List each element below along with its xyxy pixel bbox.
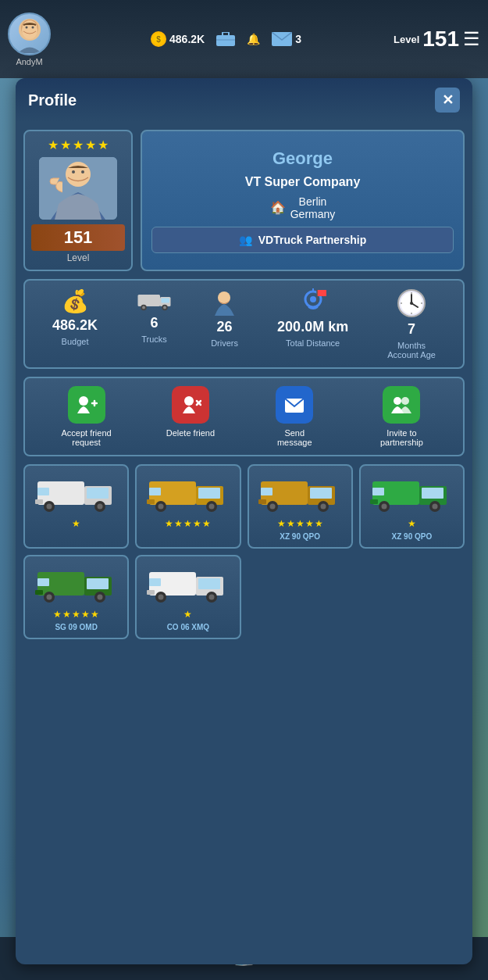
svg-point-19 (142, 306, 145, 309)
truck-plate-6: CO 06 XMQ (167, 623, 209, 631)
player-info: George VT Super Company 🏠 Berlin Germany… (141, 130, 465, 271)
svg-point-4 (25, 27, 27, 29)
svg-rect-15 (138, 295, 161, 306)
drivers-icon (211, 288, 238, 316)
svg-rect-6 (216, 35, 235, 46)
svg-point-80 (433, 504, 438, 510)
drivers-label: Drivers (211, 338, 238, 348)
account-age-icon (397, 288, 426, 318)
truck-stars-4: ★ (408, 518, 416, 529)
distance-icon (297, 288, 329, 316)
delete-friend-btn[interactable]: Delete friend (166, 386, 215, 447)
truck-card-1[interactable]: ★ (23, 464, 129, 549)
svg-point-51 (46, 504, 52, 510)
profile-modal: Profile ✕ ★ ★ ★ ★ ★ (16, 78, 472, 964)
svg-point-14 (81, 170, 84, 173)
truck-image-6 (143, 563, 233, 606)
svg-point-60 (158, 504, 163, 510)
modal-body: ★ ★ ★ ★ ★ (16, 122, 472, 647)
svg-point-87 (46, 595, 52, 600)
stat-budget: 💰 486.2K Budget (52, 288, 98, 359)
budget-icon: 💰 (62, 288, 89, 314)
svg-rect-17 (162, 298, 170, 302)
invite-partnership-label: Invite to partnership (374, 428, 429, 447)
trucks-value: 6 (151, 315, 159, 331)
accept-friend-btn[interactable]: Accept friend request (59, 386, 114, 447)
truck-stars-2: ★ ★ ★ ★ ★ (165, 518, 211, 529)
delete-friend-icon (172, 386, 209, 424)
svg-point-40 (184, 396, 194, 406)
close-button[interactable]: ✕ (435, 88, 460, 113)
invite-partnership-btn[interactable]: Invite to partnership (374, 386, 429, 447)
invite-partnership-icon (383, 386, 420, 424)
username-label: AndyM (16, 57, 42, 66)
accept-friend-icon (68, 386, 105, 424)
bell-icon: 🔔 (247, 33, 260, 45)
player-name: George (272, 148, 333, 169)
truck-card-2[interactable]: ★ ★ ★ ★ ★ (135, 464, 240, 549)
mail-stat[interactable]: 3 (272, 32, 301, 46)
svg-rect-94 (147, 590, 155, 595)
truck-grid: ★ (23, 464, 465, 639)
mail-icon (272, 32, 292, 46)
truck-card-3[interactable]: ★ ★ ★ ★ ★ XZ 90 QPO (248, 464, 353, 549)
player-avatar (8, 13, 51, 55)
player-level-value: 151 (31, 224, 125, 251)
svg-rect-66 (310, 488, 332, 499)
stat-trucks: 6 Trucks (137, 288, 172, 359)
level-stat: Level 151 (394, 27, 459, 52)
player-location: 🏠 Berlin Germany (270, 195, 336, 220)
svg-point-62 (208, 504, 214, 510)
svg-rect-26 (317, 290, 326, 296)
svg-rect-7 (223, 32, 229, 36)
svg-point-45 (401, 397, 409, 405)
svg-point-37 (79, 396, 88, 406)
svg-rect-57 (198, 488, 220, 499)
mail-count: 3 (295, 33, 301, 45)
truck-stars-6: ★ (183, 609, 192, 620)
stat-drivers: 26 Drivers (211, 288, 238, 359)
svg-rect-72 (261, 488, 272, 495)
svg-rect-81 (372, 488, 384, 495)
svg-point-44 (394, 397, 401, 405)
player-avatar-container[interactable]: AndyM (8, 13, 51, 66)
send-message-label: Send message (267, 428, 322, 447)
svg-rect-58 (147, 499, 155, 504)
player-avatar-large (39, 157, 117, 220)
truck-card-5[interactable]: ★ ★ ★ ★ ★ SG 09 OMD (23, 555, 129, 639)
player-stars: ★ ★ ★ ★ ★ (48, 138, 109, 152)
svg-rect-75 (422, 488, 443, 499)
svg-point-98 (208, 595, 214, 600)
svg-rect-76 (370, 499, 378, 504)
svg-point-21 (163, 306, 166, 309)
svg-point-78 (382, 504, 387, 510)
truck-card-4[interactable]: ★ XZ 90 QPO (359, 464, 465, 549)
drivers-value: 26 (217, 319, 233, 335)
briefcase-stat[interactable] (216, 32, 235, 46)
svg-rect-67 (258, 499, 266, 504)
truck-card-6[interactable]: ★ CO 06 XMQ (135, 555, 240, 639)
truck-image-4 (367, 472, 457, 515)
bell-stat[interactable]: 🔔 (247, 33, 260, 45)
svg-point-23 (219, 292, 229, 302)
svg-rect-54 (37, 488, 49, 495)
svg-rect-99 (149, 578, 161, 586)
level-label: Level (394, 34, 419, 45)
briefcase-icon (216, 32, 235, 46)
distance-value: 200.0M km (277, 319, 348, 335)
player-city: Berlin (290, 195, 336, 208)
svg-point-69 (270, 504, 276, 510)
player-level-label: Level (67, 252, 90, 263)
hamburger-menu[interactable]: ☰ (463, 28, 480, 50)
action-buttons: Accept friend request Delete friend (23, 377, 465, 456)
budget-label: Budget (62, 337, 89, 346)
svg-rect-84 (87, 578, 109, 589)
send-message-btn[interactable]: Send message (267, 386, 322, 447)
distance-label: Total Distance (286, 338, 340, 348)
stat-distance: 200.0M km Total Distance (277, 288, 348, 359)
stat-account-age: 7 Months Account Age (387, 288, 436, 359)
svg-point-71 (321, 504, 326, 510)
svg-point-32 (410, 302, 413, 305)
trucks-icon (137, 288, 172, 312)
send-message-icon (276, 386, 313, 424)
